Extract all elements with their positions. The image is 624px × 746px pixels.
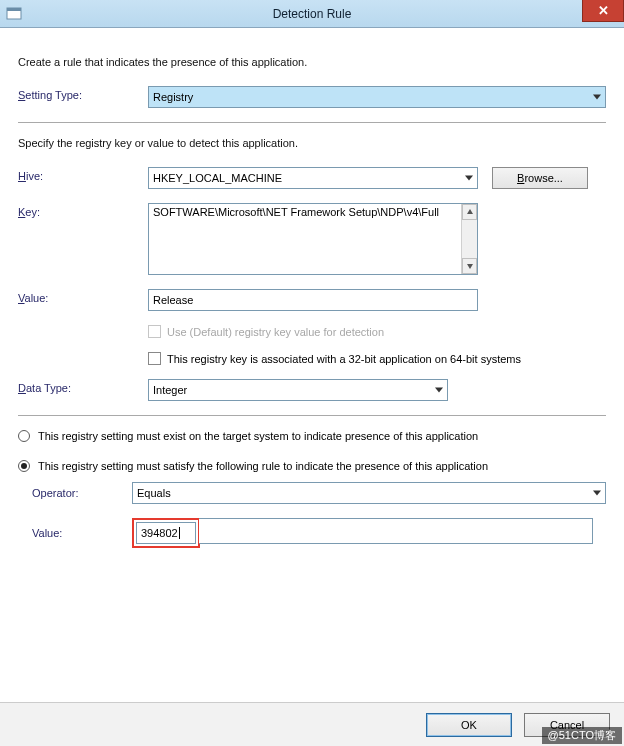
row-setting-type: Setting Type: Registry [18,86,606,108]
label-key: Key: [18,203,148,218]
row-hive: Hive: HKEY_LOCAL_MACHINE Browse... [18,167,606,189]
chevron-down-icon [465,176,473,181]
radio-exist-row[interactable]: This registry setting must exist on the … [18,430,606,442]
label-hive: Hive: [18,167,148,182]
data-type-select[interactable]: Integer [148,379,448,401]
radio-rule-label: This registry setting must satisfy the f… [38,460,488,472]
use-default-label: Use (Default) registry key value for det… [167,326,384,338]
hive-select[interactable]: HKEY_LOCAL_MACHINE [148,167,478,189]
separator-1 [18,122,606,123]
separator-2 [18,415,606,416]
value-input-text: Release [153,294,193,306]
dialog-footer: OK Cancel [0,702,624,746]
dialog-content: Create a rule that indicates the presenc… [0,28,624,558]
radio-rule-row[interactable]: This registry setting must satisfy the f… [18,460,606,472]
row-assoc-32: This registry key is associated with a 3… [148,352,606,365]
instruction-text-2: Specify the registry key or value to det… [18,137,606,149]
key-textarea[interactable]: SOFTWARE\Microsoft\NET Framework Setup\N… [148,203,478,275]
assoc-32-label: This registry key is associated with a 3… [167,353,521,365]
chevron-down-icon [435,388,443,393]
label-data-type: Data Type: [18,379,148,394]
scrollbar[interactable] [461,204,477,274]
svg-marker-2 [467,209,473,214]
browse-button[interactable]: Browse... [492,167,588,189]
rule-value-input[interactable] [199,518,593,544]
chevron-down-icon [593,95,601,100]
label-setting-type: Setting Type: [18,86,148,101]
titlebar: Detection Rule ✕ [0,0,624,28]
hive-value: HKEY_LOCAL_MACHINE [153,172,282,184]
row-value: Value: Release [18,289,606,311]
text-caret [179,527,180,539]
row-use-default: Use (Default) registry key value for det… [148,325,606,338]
svg-marker-3 [467,264,473,269]
scroll-down-button[interactable] [462,258,477,274]
row-key: Key: SOFTWARE\Microsoft\NET Framework Se… [18,203,606,275]
label-operator: Operator: [32,487,132,499]
key-value: SOFTWARE\Microsoft\NET Framework Setup\N… [149,204,461,274]
radio-rule[interactable] [18,460,30,472]
operator-select[interactable]: Equals [132,482,606,504]
label-value: Value: [18,289,148,304]
ok-button[interactable]: OK [426,713,512,737]
label-rule-value: Value: [32,527,132,539]
radio-exist[interactable] [18,430,30,442]
row-data-type: Data Type: Integer [18,379,606,401]
chevron-down-icon [593,491,601,496]
window-title: Detection Rule [0,7,624,21]
radio-exist-label: This registry setting must exist on the … [38,430,478,442]
setting-type-select[interactable]: Registry [148,86,606,108]
use-default-checkbox [148,325,161,338]
row-operator: Operator: Equals [32,482,606,504]
close-button[interactable]: ✕ [582,0,624,22]
assoc-32-checkbox[interactable] [148,352,161,365]
instruction-text-1: Create a rule that indicates the presenc… [18,56,606,68]
watermark: @51CTO博客 [542,727,622,744]
scroll-up-button[interactable] [462,204,477,220]
setting-type-value: Registry [153,91,193,103]
value-input[interactable]: Release [148,289,478,311]
highlight-box: 394802 [132,518,200,548]
operator-value: Equals [137,487,171,499]
rule-value-text: 394802 [141,527,178,539]
data-type-value: Integer [153,384,187,396]
row-rule-value: Value: 394802 [32,518,606,548]
